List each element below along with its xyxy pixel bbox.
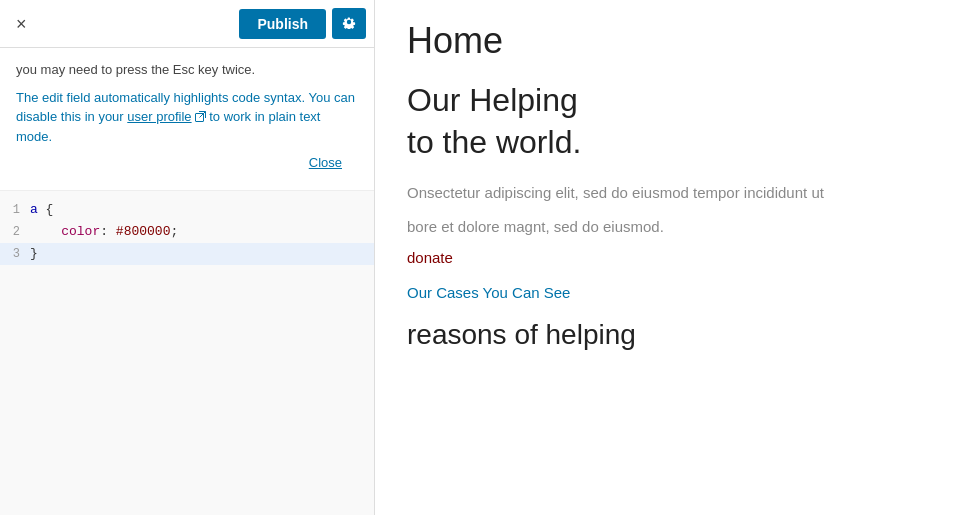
- donate-link[interactable]: donate: [407, 249, 940, 266]
- token-selector: a: [30, 202, 38, 217]
- description-text: The edit field automatically highlights …: [16, 88, 358, 147]
- code-line-3: 3 }: [0, 243, 374, 265]
- settings-button[interactable]: [332, 8, 366, 39]
- preview-heading: Our Helping to the world.: [407, 80, 940, 163]
- line-content-3: }: [30, 243, 374, 265]
- line-number-3: 3: [0, 243, 30, 265]
- token-semi: ;: [170, 224, 178, 239]
- close-link[interactable]: Close: [16, 147, 358, 183]
- code-line-2: 2 color: #800000;: [0, 221, 374, 243]
- heading-line1: Our Helping: [407, 82, 578, 118]
- preview-subheading: reasons of helping: [407, 319, 940, 351]
- preview-body1: Onsectetur adipiscing elit, sed do eiusm…: [407, 181, 940, 205]
- right-panel: Home Our Helping to the world. Onsectetu…: [375, 0, 972, 515]
- svg-line-1: [199, 111, 205, 117]
- line-content-1: a {: [30, 199, 374, 221]
- heading-line2: to the world.: [407, 124, 581, 160]
- info-area: you may need to press the Esc key twice.…: [0, 48, 374, 191]
- gear-icon: [342, 15, 356, 29]
- hint-text: you may need to press the Esc key twice.: [16, 62, 255, 77]
- user-profile-link[interactable]: user profile: [127, 109, 191, 124]
- line-content-2: color: #800000;: [30, 221, 374, 243]
- token-property: color: [61, 224, 100, 239]
- external-link-icon: [195, 108, 206, 128]
- code-editor[interactable]: 1 a { 2 color: #800000; 3 }: [0, 191, 374, 515]
- token-brace-close: }: [30, 246, 38, 261]
- cases-link[interactable]: Our Cases You Can See: [407, 284, 940, 301]
- line-number-2: 2: [0, 221, 30, 243]
- code-line-1: 1 a {: [0, 199, 374, 221]
- left-panel: × Publish you may need to press the Esc …: [0, 0, 375, 515]
- close-x-button[interactable]: ×: [8, 11, 35, 37]
- line-number-1: 1: [0, 199, 30, 221]
- token-brace-open: {: [38, 202, 54, 217]
- publish-button[interactable]: Publish: [239, 9, 326, 39]
- toolbar: × Publish: [0, 0, 374, 48]
- preview-title: Home: [407, 20, 940, 62]
- token-colon: :: [100, 224, 116, 239]
- token-value: #800000: [116, 224, 171, 239]
- preview-body2: bore et dolore magnt, sed do eiusmod.: [407, 215, 940, 239]
